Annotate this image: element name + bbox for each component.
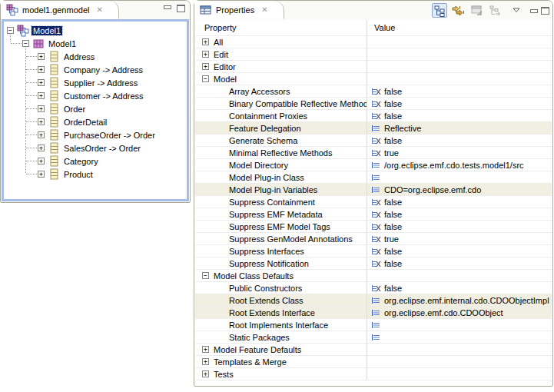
minimize-button[interactable] [164, 5, 171, 9]
close-icon[interactable]: ✕ [96, 5, 102, 14]
expand-icon[interactable]: + [202, 51, 209, 58]
property-label: Suppress GenModel Annotations [229, 234, 353, 244]
property-row[interactable]: Public Constructors false [195, 282, 552, 294]
category-row-templates-merge[interactable]: +Templates & Merge [195, 356, 552, 368]
property-row[interactable]: Root Implements Interface [195, 319, 552, 331]
property-row[interactable]: Suppress Interfaces false [195, 245, 552, 257]
column-header-property[interactable]: Property [195, 20, 367, 35]
expand-icon[interactable]: + [38, 79, 45, 86]
property-row[interactable]: Suppress EMF Metadata false [195, 208, 552, 221]
category-label: Editor [214, 62, 236, 71]
boolean-property-icon [370, 222, 381, 231]
expand-icon[interactable]: + [38, 105, 45, 112]
expand-icon[interactable]: + [38, 53, 45, 60]
text-property-icon [370, 296, 381, 305]
tree-item-product[interactable]: + Product [4, 168, 187, 181]
property-row[interactable]: Model Directory /org.eclipse.emf.cdo.tes… [195, 159, 552, 171]
maximize-button[interactable] [541, 7, 549, 15]
tree-item-label: Supplier -> Address [62, 78, 139, 88]
restore-default-value-button[interactable] [469, 3, 484, 18]
tree-item-label: Customer -> Address [62, 91, 145, 101]
property-row-selected[interactable]: Root Extends Class org.eclipse.emf.inter… [195, 294, 552, 307]
boolean-property-icon [370, 87, 381, 96]
show-categories-button[interactable] [432, 3, 447, 18]
property-row[interactable]: Static Packages [195, 331, 552, 344]
collapse-icon[interactable]: − [7, 27, 14, 34]
show-advanced-properties-button[interactable] [450, 3, 466, 18]
property-label: Model Plug-in Class [229, 173, 304, 182]
tree-item-model1-root[interactable]: − Model1 [4, 24, 187, 37]
tree-item-address[interactable]: + Address [4, 50, 187, 63]
boolean-property-icon [370, 99, 381, 108]
expand-icon[interactable]: + [38, 145, 45, 151]
category-row-tests[interactable]: +Tests [195, 368, 552, 380]
expand-icon[interactable]: + [38, 158, 45, 164]
text-property-icon [370, 185, 381, 194]
tree-item-category[interactable]: + Category [4, 154, 187, 168]
minimize-button[interactable] [530, 9, 538, 13]
property-label: Root Extends Interface [229, 308, 315, 317]
property-value: false [384, 247, 402, 256]
expand-icon[interactable]: + [202, 346, 209, 353]
tree-item-customer[interactable]: + Customer -> Address [4, 89, 187, 102]
property-row[interactable]: Suppress Containment false [195, 196, 552, 208]
expand-icon[interactable]: + [38, 118, 45, 125]
property-row[interactable]: Minimal Reflective Methods true [195, 147, 552, 159]
expand-icon[interactable]: + [202, 370, 209, 377]
property-row[interactable]: Generate Schema false [195, 135, 552, 147]
property-row-selected[interactable]: Root Extends Interface org.eclipse.emf.c… [195, 307, 552, 319]
tab-properties[interactable]: Properties ✕ [194, 1, 284, 19]
tree-item-order[interactable]: + Order [4, 102, 187, 115]
category-row-model-class-defaults[interactable]: −Model Class Defaults [195, 270, 552, 282]
tree-item-model1-package[interactable]: − Model1 [4, 37, 187, 50]
table-header: Property Value [195, 20, 552, 36]
filter-button[interactable] [487, 3, 503, 18]
collapse-icon[interactable]: − [202, 272, 209, 279]
collapse-icon[interactable]: − [202, 75, 209, 82]
maximize-button[interactable] [177, 5, 185, 12]
expand-icon[interactable]: + [202, 38, 209, 45]
expand-icon[interactable]: + [38, 131, 45, 138]
property-row-selected[interactable]: Feature Delegation Reflective [195, 122, 552, 135]
property-row[interactable]: Suppress EMF Model Tags false [195, 221, 552, 233]
property-row[interactable]: Model Plug-in Class [195, 171, 552, 184]
tree-item-orderdetail[interactable]: + OrderDetail [4, 115, 187, 128]
property-row[interactable]: Suppress GenModel Annotations true [195, 233, 552, 245]
collapse-icon[interactable]: − [22, 40, 29, 47]
category-label: All [214, 38, 223, 47]
category-row-editor[interactable]: +Editor [195, 61, 552, 73]
column-header-value[interactable]: Value [367, 20, 552, 35]
property-label: Suppress Interfaces [229, 247, 304, 256]
tree-item-purchaseorder[interactable]: + PurchaseOrder -> Order [4, 128, 187, 141]
property-row[interactable]: Array Accessors false [195, 85, 552, 98]
property-row[interactable]: Containment Proxies false [195, 110, 552, 122]
category-row-edit[interactable]: +Edit [195, 48, 552, 61]
view-menu-button[interactable] [512, 3, 521, 18]
category-row-model[interactable]: −Model [195, 73, 552, 85]
tree-item-salesorder[interactable]: + SalesOrder -> Order [4, 141, 187, 154]
expand-icon[interactable]: + [38, 92, 45, 99]
property-value: Reflective [384, 124, 421, 133]
tree-item-label: Model1 [47, 39, 78, 48]
property-row[interactable]: Suppress Notification false [195, 257, 552, 270]
property-label: Minimal Reflective Methods [229, 148, 333, 158]
property-label: Suppress Notification [229, 259, 309, 268]
text-property-icon [370, 308, 381, 317]
tab-model1-genmodel[interactable]: model1.genmodel ✕ [1, 1, 119, 19]
expand-icon[interactable]: + [38, 171, 45, 178]
tree-item-company[interactable]: + Company -> Address [4, 63, 187, 76]
boolean-property-icon [370, 111, 381, 121]
close-icon[interactable]: ✕ [261, 5, 267, 14]
property-row[interactable]: Binary Compatible Reflective Methods fal… [195, 98, 552, 110]
tree-item-label: Address [62, 52, 96, 61]
tree-item-supplier[interactable]: + Supplier -> Address [4, 76, 187, 89]
class-icon [48, 129, 60, 141]
expand-icon[interactable]: + [202, 358, 209, 365]
property-row-selected[interactable]: Model Plug-in Variables CDO=org.eclipse.… [195, 184, 552, 196]
expand-icon[interactable]: + [38, 66, 45, 73]
property-value: false [384, 136, 402, 145]
category-row-all[interactable]: +All [195, 36, 552, 48]
expand-icon[interactable]: + [202, 63, 209, 70]
class-icon [48, 90, 60, 102]
category-row-model-feature-defaults[interactable]: +Model Feature Defaults [195, 344, 552, 356]
